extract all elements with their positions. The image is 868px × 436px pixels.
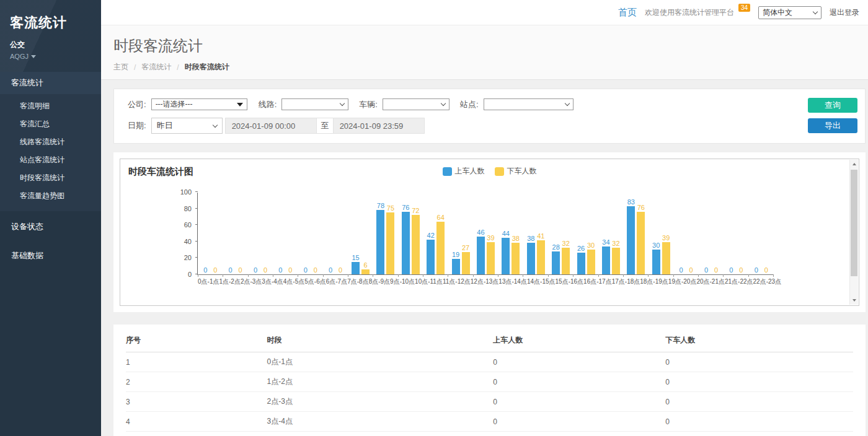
bar[interactable]	[361, 269, 370, 274]
date-to-input[interactable]	[333, 118, 425, 134]
bar-value-label: 0	[755, 266, 758, 274]
scrollbar-up-button[interactable]	[850, 160, 858, 168]
bar-value-label: 64	[437, 214, 445, 221]
export-button[interactable]: 导出	[808, 118, 857, 133]
x-axis-tick	[373, 274, 398, 277]
bar-value-label: 0	[213, 266, 217, 274]
bar[interactable]	[412, 215, 420, 274]
org-code-label: AQGJ	[10, 53, 29, 60]
language-select-value: 简体中文	[763, 7, 792, 18]
legend-item[interactable]: 下车人数	[495, 166, 537, 177]
bar-group: 3039	[649, 193, 673, 274]
station-select[interactable]	[484, 98, 574, 110]
bar-value-label: 0	[254, 266, 257, 274]
bar[interactable]	[477, 237, 485, 274]
bar[interactable]	[452, 259, 460, 274]
legend-item[interactable]: 上车人数	[443, 166, 485, 177]
table-row[interactable]: 10点-1点00	[126, 352, 853, 372]
sidebar-section-passenger-stats[interactable]: 客流统计	[0, 72, 101, 94]
bar[interactable]	[552, 251, 560, 274]
sidebar-subitem[interactable]: 站点客流统计	[0, 151, 101, 169]
bar[interactable]	[602, 246, 610, 274]
search-button[interactable]: 查询	[808, 98, 857, 113]
arrow-down-icon	[852, 299, 856, 302]
bar-group: 7875	[373, 193, 398, 274]
breadcrumb-passenger-stats[interactable]: 客流统计	[141, 62, 171, 72]
x-axis-tick	[724, 274, 748, 277]
x-axis-label: 2点-3点	[241, 277, 262, 286]
chart-scrollbar[interactable]	[849, 160, 858, 305]
bar-value-label: 83	[627, 198, 635, 206]
sidebar-subitem[interactable]: 时段客流统计	[0, 169, 101, 187]
breadcrumb-home[interactable]: 主页	[113, 62, 128, 72]
bar[interactable]	[612, 248, 620, 274]
table-row[interactable]: 43点-4点00	[126, 412, 853, 432]
sidebar-item-basic-data[interactable]: 基础数据	[0, 242, 101, 269]
date-preset-select[interactable]: 昨日	[151, 118, 223, 134]
bar[interactable]	[587, 250, 595, 274]
bar[interactable]	[436, 222, 445, 274]
bar-value-label: 28	[552, 243, 560, 251]
y-axis-tick-label: 20	[170, 254, 192, 261]
bar[interactable]	[537, 240, 545, 274]
line-select[interactable]	[281, 98, 348, 110]
bar[interactable]	[562, 248, 570, 274]
chart-x-ticks	[198, 274, 774, 277]
y-axis-tick-mark	[195, 257, 198, 258]
table-cell: 5	[126, 432, 267, 436]
chart-box: 时段车流统计图 上车人数下车人数 00000000000015678757672…	[120, 159, 859, 306]
bar-column: 0	[687, 193, 695, 274]
bar[interactable]	[512, 243, 520, 274]
bar[interactable]	[376, 210, 384, 274]
bar[interactable]	[386, 212, 394, 274]
language-select[interactable]: 简体中文	[758, 6, 822, 19]
company-select[interactable]: ---请选择---	[151, 98, 247, 110]
scrollbar-down-button[interactable]	[850, 296, 858, 305]
y-axis-tick-mark	[195, 241, 198, 242]
bar-group: 4264	[423, 193, 448, 274]
sidebar-nav: 客流统计 客流明细客流汇总线路客流统计站点客流统计时段客流统计客流量趋势图 设备…	[0, 72, 101, 269]
bar[interactable]	[402, 212, 410, 274]
vehicle-label: 车辆:	[359, 99, 378, 110]
bar-value-label: 38	[512, 235, 520, 242]
breadcrumb-separator: /	[177, 63, 179, 72]
bar[interactable]	[577, 253, 585, 274]
bar[interactable]	[502, 238, 510, 274]
x-axis-tick	[198, 274, 223, 277]
table-row[interactable]: 21点-2点00	[126, 372, 853, 392]
bar-group: 4639	[473, 193, 498, 274]
bar[interactable]	[352, 262, 360, 274]
table-row[interactable]: 54点-5点00	[126, 432, 853, 436]
scrollbar-thumb[interactable]	[851, 170, 857, 276]
x-axis-label: 20点-21点	[696, 277, 725, 286]
bar[interactable]	[427, 240, 435, 274]
vehicle-select[interactable]	[383, 98, 450, 110]
logout-link[interactable]: 退出登录	[830, 7, 859, 18]
bar[interactable]	[637, 212, 645, 274]
col-header-period: 时段	[267, 328, 494, 352]
org-code-dropdown[interactable]: AQGJ	[10, 53, 91, 60]
chart-plot: 0000000000001567875767242641927463944383…	[197, 193, 774, 275]
bar[interactable]	[627, 206, 635, 274]
x-axis-tick	[549, 274, 574, 277]
table-row[interactable]: 32点-3点00	[126, 392, 853, 412]
date-from-input[interactable]	[225, 118, 317, 134]
bar[interactable]	[487, 242, 495, 274]
chart-x-labels: 0点-1点1点-2点2点-3点3点-4点4点-5点5点-6点6点-7点7点-8点…	[198, 277, 774, 286]
notification-badge[interactable]: 34	[738, 4, 750, 12]
sidebar-subitem[interactable]: 客流明细	[0, 97, 101, 115]
x-axis-tick	[624, 274, 649, 277]
sidebar-item-device-status[interactable]: 设备状态	[0, 213, 101, 240]
sidebar-subitem[interactable]: 客流汇总	[0, 115, 101, 133]
bar[interactable]	[527, 243, 535, 274]
sidebar-subitem[interactable]: 客流量趋势图	[0, 187, 101, 205]
bar[interactable]	[662, 242, 670, 274]
bar-value-label: 0	[704, 266, 708, 274]
home-link[interactable]: 首页	[618, 7, 637, 19]
bar[interactable]	[652, 250, 660, 274]
sidebar-subitem[interactable]: 线路客流统计	[0, 133, 101, 151]
x-axis-label: 4点-5点	[283, 277, 304, 286]
bar-group: 00	[323, 193, 348, 274]
bar-group: 3841	[523, 193, 548, 274]
bar[interactable]	[462, 252, 470, 274]
